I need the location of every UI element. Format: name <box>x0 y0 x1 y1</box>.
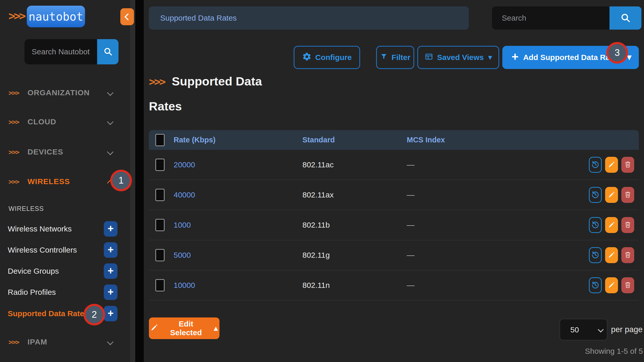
pencil-icon <box>608 221 615 229</box>
column-header-rate[interactable]: Rate (Kbps) <box>170 136 299 144</box>
sidebar-item-organization[interactable]: >>> ORGANIZATION <box>0 84 130 102</box>
pencil-icon <box>608 191 615 199</box>
add-radio-profile-button[interactable]: + <box>104 285 117 300</box>
standard-value: 802.11b <box>299 221 403 229</box>
add-device-group-button[interactable]: + <box>104 263 117 279</box>
changelog-button[interactable] <box>589 217 602 233</box>
saved-views-label: Saved Views <box>437 53 484 62</box>
chevron-down-icon <box>107 118 113 125</box>
nautobot-chevrons-icon: >>> <box>9 148 19 156</box>
sidebar-item-label: ORGANIZATION <box>28 88 90 97</box>
pencil-icon <box>608 281 615 289</box>
sidebar-item-ipam[interactable]: >>> IPAM <box>0 333 130 351</box>
add-supported-data-rate-button[interactable]: + <box>104 306 117 321</box>
add-wireless-controller-button[interactable]: + <box>104 242 117 258</box>
per-page-select[interactable]: 50 <box>560 319 607 340</box>
sidebar-search-button[interactable] <box>97 39 118 64</box>
caret-down-icon: ▼ <box>488 54 492 61</box>
global-search-input[interactable] <box>492 6 609 30</box>
page-title-text: Supported Data Rates <box>149 74 262 113</box>
table-row: 20000 802.11ac — <box>149 150 639 180</box>
edit-button[interactable] <box>605 277 618 293</box>
delete-button[interactable] <box>621 187 634 203</box>
funnel-icon <box>380 53 388 62</box>
row-checkbox[interactable] <box>155 189 165 201</box>
sidebar-item-devices[interactable]: >>> DEVICES <box>0 143 130 161</box>
sidebar-collapse-button[interactable] <box>120 8 134 25</box>
global-search-button[interactable] <box>609 6 641 30</box>
clock-history-icon <box>591 160 600 170</box>
edit-button[interactable] <box>605 187 618 203</box>
select-all-checkbox[interactable] <box>155 134 165 146</box>
chevron-down-icon <box>107 89 113 96</box>
mcs-index-value: — <box>403 160 587 169</box>
app-root: >>> nautobot >>> ORGANIZATION >>> CLOUD … <box>0 0 644 362</box>
annotation-number: 1 <box>118 175 124 186</box>
saved-views-button[interactable]: Saved Views ▼ <box>417 46 499 69</box>
add-button-label: Add Supported Data Rates <box>523 53 611 62</box>
edit-selected-label: Edit Selected <box>163 320 209 337</box>
row-checkbox[interactable] <box>155 249 165 261</box>
changelog-button[interactable] <box>589 187 602 203</box>
row-checkbox[interactable] <box>155 279 165 291</box>
edit-button[interactable] <box>605 157 618 173</box>
rate-link[interactable]: 5000 <box>174 251 191 259</box>
changelog-button[interactable] <box>589 247 602 263</box>
trash-icon <box>624 191 632 199</box>
annotation-circle-1: 1 <box>110 170 132 191</box>
filter-button[interactable]: Filter <box>376 46 414 69</box>
delete-button[interactable] <box>621 157 634 173</box>
add-wireless-network-button[interactable]: + <box>104 221 117 237</box>
standard-value: 802.11ac <box>299 160 403 169</box>
sidebar-item-cloud[interactable]: >>> CLOUD <box>0 113 130 131</box>
nautobot-logo[interactable]: nautobot <box>27 6 85 27</box>
mcs-index-value: — <box>403 281 587 290</box>
edit-selected-button[interactable]: Edit Selected ▲ <box>149 317 219 339</box>
column-header-mcs-index[interactable]: MCS Index <box>403 136 587 144</box>
table-row: 5000 802.11g — <box>149 240 639 270</box>
nautobot-chevrons-icon: >>> <box>149 75 165 88</box>
edit-button[interactable] <box>605 217 618 233</box>
sidebar-item-label: Supported Data Rates <box>8 309 88 318</box>
clock-history-icon <box>591 190 600 200</box>
gear-icon <box>302 52 311 63</box>
plus-icon: + <box>512 57 519 58</box>
panel-divider <box>135 0 144 362</box>
chevron-down-icon <box>107 149 113 155</box>
table-row: 10000 802.11n — <box>149 270 639 300</box>
mcs-index-value: — <box>403 191 587 199</box>
changelog-button[interactable] <box>589 277 602 293</box>
column-header-standard[interactable]: Standard <box>299 136 403 144</box>
rate-link[interactable]: 40000 <box>174 191 195 199</box>
configure-button[interactable]: Configure <box>294 46 360 69</box>
search-icon <box>620 12 631 24</box>
delete-button[interactable] <box>621 217 634 233</box>
sidebar-item-label: Wireless Networks <box>8 225 72 233</box>
per-page-label: per page <box>611 325 642 334</box>
sidebar-item-label: Radio Profiles <box>8 288 56 297</box>
row-checkbox[interactable] <box>155 219 165 231</box>
nautobot-chevrons-icon: >>> <box>9 338 19 346</box>
mcs-index-value: — <box>403 221 587 229</box>
chevron-down-icon <box>107 339 113 345</box>
edit-button[interactable] <box>605 247 618 263</box>
sidebar-item-label: DEVICES <box>28 148 63 156</box>
sidebar-item-label: CLOUD <box>28 117 56 126</box>
delete-button[interactable] <box>621 277 634 293</box>
row-checkbox[interactable] <box>155 159 165 171</box>
delete-button[interactable] <box>621 247 634 263</box>
rate-link[interactable]: 1000 <box>174 221 191 229</box>
layout-icon <box>425 52 433 63</box>
changelog-button[interactable] <box>589 157 602 173</box>
annotation-circle-2: 2 <box>83 304 105 325</box>
search-icon <box>103 47 113 57</box>
filter-label: Filter <box>392 53 410 62</box>
standard-value: 802.11n <box>299 281 403 290</box>
rate-link[interactable]: 10000 <box>174 281 195 289</box>
page-title: >>>Supported Data Rates <box>149 69 289 118</box>
sidebar-search-input[interactable] <box>24 39 97 64</box>
breadcrumb-link[interactable]: Supported Data Rates <box>160 14 237 22</box>
sidebar-item-label: IPAM <box>28 338 47 346</box>
clock-history-icon <box>591 220 600 230</box>
rate-link[interactable]: 20000 <box>174 160 195 169</box>
